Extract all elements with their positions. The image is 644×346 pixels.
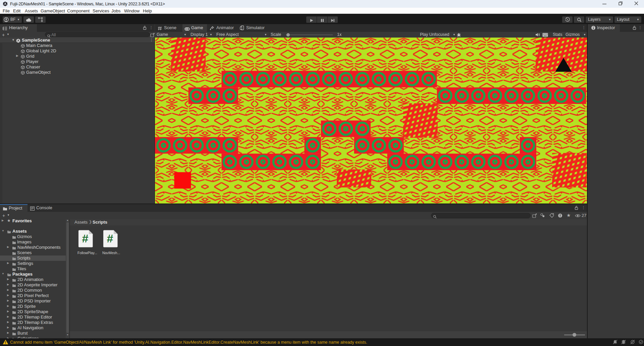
svg-text:#: # [107,232,113,245]
svg-text:#: # [82,232,89,245]
